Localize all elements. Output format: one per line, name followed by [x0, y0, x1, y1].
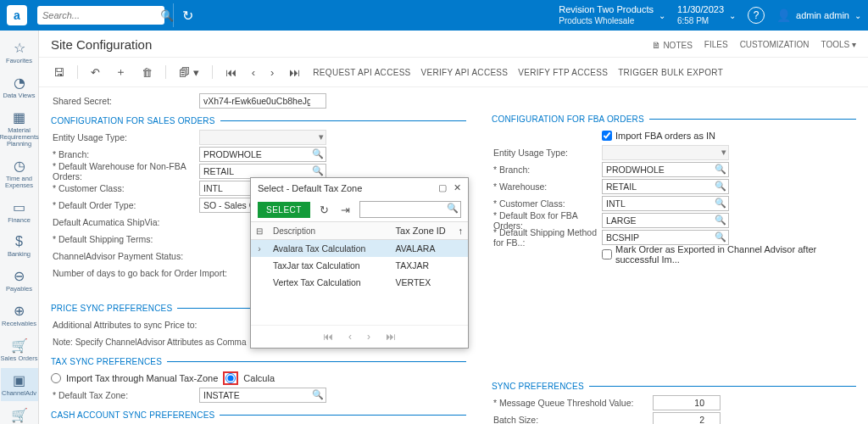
chevron-down-icon[interactable]: ⌄: [729, 11, 736, 20]
col-tax-zone-id[interactable]: Tax Zone ID ↑: [391, 222, 468, 240]
company-selector[interactable]: Revision Two Products Products Wholesale: [559, 4, 654, 26]
msg-q-input[interactable]: [653, 395, 721, 410]
refresh-icon[interactable]: ↻: [317, 202, 331, 218]
maximize-icon[interactable]: ▢: [438, 182, 447, 193]
tax-calc-radio[interactable]: [225, 373, 236, 383]
search-icon[interactable]: 🔍: [715, 198, 726, 209]
add-icon[interactable]: ＋: [113, 63, 129, 81]
customization-link[interactable]: CUSTOMIZATION: [740, 40, 810, 49]
sidebar-item-favorites[interactable]: ☆Favorites: [1, 36, 38, 69]
fba-ship-input[interactable]: [602, 230, 729, 245]
search-icon[interactable]: 🔍: [160, 9, 174, 22]
prev-icon[interactable]: ‹: [249, 64, 258, 81]
request-api-button[interactable]: REQUEST API ACCESS: [313, 68, 410, 77]
entity-usage-select[interactable]: [199, 130, 326, 145]
table-row[interactable]: TaxJar tax CalculationTAXJAR: [251, 257, 468, 274]
global-search[interactable]: 🔍: [37, 6, 164, 25]
delete-icon[interactable]: 🗑: [139, 64, 155, 81]
divider: [173, 3, 174, 27]
fba-branch-input[interactable]: [602, 162, 729, 177]
copy-icon[interactable]: 🗐 ▾: [176, 64, 202, 81]
fba-wh-label: Warehouse:: [492, 181, 602, 192]
reload-icon[interactable]: ↻: [182, 8, 193, 24]
default-wh-label: Default Warehouse for Non-FBA Orders:: [51, 161, 199, 181]
user-menu[interactable]: 👤 admin admin ⌄: [776, 8, 861, 22]
tax-manual-radio[interactable]: [51, 373, 61, 383]
title-links: 🗎 NOTES FILES CUSTOMIZATION TOOLS ▾: [652, 40, 856, 50]
last-icon[interactable]: ⏭: [287, 64, 303, 81]
first-icon[interactable]: ⏮: [223, 64, 239, 81]
right-column: CONFIGURATION FOR FBA ORDERS Import FBA …: [492, 92, 856, 424]
default-tax-zone-input[interactable]: [199, 388, 326, 403]
app-logo[interactable]: a: [7, 5, 27, 25]
import-fba-checkbox[interactable]: [602, 131, 612, 141]
popup-search-input[interactable]: [359, 201, 461, 218]
sidebar-item-sales-orders[interactable]: 🛒Sales Orders: [1, 333, 38, 366]
tools-link[interactable]: TOOLS ▾: [821, 40, 857, 49]
close-icon[interactable]: ✕: [453, 182, 461, 193]
branch-input[interactable]: [199, 147, 326, 162]
fba-cust-class-input[interactable]: [602, 196, 729, 211]
mark-exported-checkbox[interactable]: [602, 249, 612, 259]
search-icon[interactable]: 🔍: [312, 148, 324, 159]
sidebar-item-purchases[interactable]: 🛒Purchases: [1, 403, 38, 424]
search-icon[interactable]: 🔍: [715, 215, 726, 226]
help-icon[interactable]: ?: [748, 7, 765, 24]
page-prev-icon[interactable]: ‹: [348, 331, 352, 343]
branch-label: Branch:: [51, 149, 199, 159]
search-icon[interactable]: 🔍: [715, 232, 726, 243]
sidebar-item-payables[interactable]: ⊖Payables: [1, 264, 38, 297]
page-first-icon[interactable]: ⏮: [323, 331, 333, 343]
select-button[interactable]: SELECT: [258, 202, 310, 218]
fba-branch-label: Branch:: [492, 165, 602, 175]
undo-icon[interactable]: ↶: [88, 64, 103, 81]
sidebar-item-finance[interactable]: ▭Finance: [1, 195, 38, 228]
search-icon[interactable]: 🔍: [312, 389, 324, 400]
chevron-down-icon[interactable]: ⌄: [854, 11, 861, 20]
search-icon[interactable]: 🔍: [715, 164, 726, 175]
chevron-down-icon[interactable]: ⌄: [659, 11, 665, 20]
titlebar: Site Configuration 🗎 NOTES FILES CUSTOMI…: [39, 31, 868, 58]
sidebar-item-dataviews[interactable]: ◔Data Views: [1, 70, 38, 103]
notes-icon: 🗎: [652, 40, 661, 50]
sidebar-item-mrp[interactable]: ▦Material Requirements Planning: [1, 105, 38, 152]
trigger-bulk-button[interactable]: TRIGGER BULK EXPORT: [618, 68, 723, 77]
sidebar-item-time-expenses[interactable]: ◷Time and Expenses: [1, 153, 38, 193]
fit-icon[interactable]: ⇥: [338, 202, 353, 218]
save-icon[interactable]: 🖫: [51, 64, 67, 81]
chevron-down-icon[interactable]: ▾: [319, 131, 324, 142]
search-icon[interactable]: 🔍: [312, 165, 324, 176]
table-row[interactable]: Vertex Tax CalculationVERTEX: [251, 274, 468, 291]
verify-ftp-button[interactable]: VERIFY FTP ACCESS: [518, 68, 608, 77]
ship-terms-label: Default Shipping Terms:: [51, 234, 199, 244]
popup-title: Select - Default Tax Zone: [258, 183, 431, 193]
row-pointer-icon: ›: [251, 240, 268, 258]
verify-api-button[interactable]: VERIFY API ACCESS: [421, 68, 509, 77]
business-date: 11/30/2023: [677, 4, 724, 15]
batch-input[interactable]: [653, 412, 721, 424]
sidebar-item-banking[interactable]: $Banking: [1, 230, 38, 262]
fba-entity-select[interactable]: [602, 145, 729, 160]
sidebar-item-channeladv[interactable]: ▣ChannelAdv: [1, 368, 38, 401]
grid-icon: ▦: [13, 109, 25, 126]
search-icon[interactable]: 🔍: [447, 203, 459, 214]
next-icon[interactable]: ›: [268, 64, 276, 81]
tax-zone-selector-popup: Select - Default Tax Zone ▢ ✕ SELECT ↻ ⇥…: [250, 177, 469, 349]
search-input[interactable]: [42, 10, 160, 20]
fba-wh-input[interactable]: [602, 179, 729, 194]
batch-label: Batch Size:: [492, 415, 653, 424]
files-link[interactable]: FILES: [704, 40, 728, 49]
date-selector[interactable]: 11/30/2023 6:58 PM: [677, 4, 724, 26]
table-row[interactable]: ›Avalara Tax CalculationAVALARA: [251, 240, 468, 258]
shared-secret-input[interactable]: [199, 93, 326, 109]
plus-circle-icon: ⊕: [14, 303, 25, 319]
page-last-icon[interactable]: ⏭: [386, 331, 396, 343]
search-icon[interactable]: 🔍: [715, 181, 726, 192]
chevron-down-icon[interactable]: ▾: [721, 147, 726, 158]
dollar-icon: $: [15, 234, 23, 249]
page-next-icon[interactable]: ›: [367, 331, 370, 343]
sidebar-item-receivables[interactable]: ⊕Receivables: [1, 298, 38, 332]
col-description[interactable]: Description: [268, 222, 391, 240]
fba-box-input[interactable]: [602, 213, 729, 228]
notes-link[interactable]: 🗎 NOTES: [652, 40, 693, 50]
